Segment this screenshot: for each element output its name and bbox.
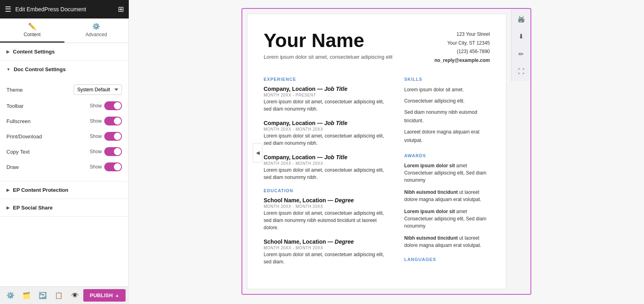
download-toolbar-btn[interactable]: ⬇ bbox=[515, 30, 528, 43]
resume-contact: 123 Your Street Your City, ST 12345 (123… bbox=[434, 30, 490, 65]
skill-2: Consectetuer adipiscing elit. bbox=[404, 97, 490, 106]
content-settings-header[interactable]: ▶ Content Settings bbox=[0, 43, 128, 61]
theme-label: Theme bbox=[6, 87, 23, 93]
doc-control-settings-label: Doc Control Settings bbox=[14, 66, 66, 72]
sidebar: ✏️ Content ⚙️ Advanced ▶ Content Setting… bbox=[0, 0, 129, 304]
print-download-row: Print/Download Show bbox=[6, 129, 122, 144]
toolbar-toggle-wrap: Show bbox=[90, 101, 122, 110]
skills-list: Lorem ipsum dolor sit amet. Consectetuer… bbox=[404, 86, 490, 145]
tab-bar: ✏️ Content ⚙️ Advanced bbox=[0, 18, 128, 43]
toolbar-toggle[interactable] bbox=[104, 101, 122, 110]
draw-toggle-wrap: Show bbox=[90, 162, 122, 171]
school-1-title: School Name, Location — Degree bbox=[264, 197, 392, 203]
collapse-icon: ◀ bbox=[256, 150, 260, 156]
copy-text-label: Copy Text bbox=[6, 149, 30, 155]
resume-name-section: Your Name Lorem ipsum dolor sit amet, co… bbox=[264, 30, 392, 65]
resume-left: EXPERIENCE Company, Location — Job Title… bbox=[264, 77, 392, 273]
toolbar-toggle-label: Show bbox=[90, 103, 102, 109]
school-2-date: MONTH 20XX - MONTH 20XX bbox=[264, 246, 392, 250]
print-download-toggle[interactable] bbox=[104, 132, 122, 141]
settings-bottom-icon[interactable]: ⚙️ bbox=[3, 288, 18, 303]
publish-label: PUBLISH bbox=[90, 292, 113, 298]
document-wrapper: 🖨️ ⬇ ✏ ⛶ Your Name Lorem ipsum dolor sit… bbox=[242, 8, 531, 295]
contact-street: 123 Your Street bbox=[434, 30, 490, 39]
job-2-title: Company, Location — Job Title bbox=[264, 120, 392, 126]
grid-icon[interactable]: ⊞ bbox=[118, 5, 124, 14]
copy-text-toggle-label: Show bbox=[90, 149, 102, 154]
contact-phone: (123) 456-7890 bbox=[434, 47, 490, 56]
tab-advanced-label: Advanced bbox=[86, 32, 107, 37]
school-2-desc: Lorem ipsum dolor sit amet, consectetuer… bbox=[264, 251, 392, 265]
print-download-toggle-wrap: Show bbox=[90, 132, 122, 141]
award-2: Nibh euismod tincidunt ut laoreet dolore… bbox=[404, 189, 490, 203]
tab-advanced[interactable]: ⚙️ Advanced bbox=[64, 18, 129, 43]
history-bottom-icon[interactable]: ↩️ bbox=[35, 288, 50, 303]
bottom-icons: ⚙️ 🗂️ ↩️ 📋 👁️ bbox=[3, 288, 82, 303]
resume-right: SKILLS Lorem ipsum dolor sit amet. Conse… bbox=[404, 77, 490, 273]
ep-social-share-chevron: ▶ bbox=[6, 205, 10, 210]
advanced-tab-icon: ⚙️ bbox=[92, 23, 100, 30]
draw-toolbar-btn[interactable]: ✏ bbox=[515, 47, 528, 60]
draw-label: Draw bbox=[6, 164, 19, 170]
job-3-title: Company, Location — Job Title bbox=[264, 154, 392, 160]
ep-social-share-label: EP Social Share bbox=[13, 205, 53, 211]
school-1-desc: Lorem ipsum dolor sit amet, consectetuer… bbox=[264, 210, 392, 231]
job-2-date: MONTH 20XX - MONTH 20XX bbox=[264, 127, 392, 131]
education-title: EDUCATION bbox=[264, 188, 392, 193]
job-1-date: MONTH 20XX - PRESENT bbox=[264, 93, 392, 97]
skill-1: Lorem ipsum dolor sit amet. bbox=[404, 86, 490, 94]
tab-content[interactable]: ✏️ Content bbox=[0, 18, 64, 43]
layers-bottom-icon[interactable]: 🗂️ bbox=[19, 288, 34, 303]
resume-header: Your Name Lorem ipsum dolor sit amet, co… bbox=[264, 30, 490, 65]
print-toolbar-btn[interactable]: 🖨️ bbox=[515, 12, 528, 25]
doc-control-panel: Theme System Default Light Dark Toolbar … bbox=[0, 78, 128, 181]
toolbar-row: Toolbar Show bbox=[6, 98, 122, 113]
main-content: ◀ 🖨️ ⬇ ✏ ⛶ Your Name Lorem ipsum dolor s… bbox=[129, 0, 644, 304]
copy-bottom-icon[interactable]: 📋 bbox=[52, 288, 66, 303]
job-3-desc: Lorem ipsum dolor sit amet, consectetuer… bbox=[264, 166, 392, 181]
fullscreen-row: Fullscreen Show bbox=[6, 113, 122, 129]
publish-button[interactable]: PUBLISH ▲ bbox=[83, 289, 126, 302]
copy-text-toggle[interactable] bbox=[104, 147, 122, 156]
collapse-handle[interactable]: ◀ bbox=[253, 143, 262, 162]
hamburger-icon[interactable]: ☰ bbox=[5, 5, 11, 14]
preview-bottom-icon[interactable]: 👁️ bbox=[68, 288, 82, 303]
awards-title: AWARDS bbox=[404, 153, 490, 158]
job-2: Company, Location — Job Title MONTH 20XX… bbox=[264, 120, 392, 147]
doc-control-settings-header[interactable]: ▼ Doc Control Settings bbox=[0, 61, 128, 78]
publish-chevron-icon: ▲ bbox=[115, 293, 119, 298]
fullscreen-toggle[interactable] bbox=[104, 117, 122, 125]
content-tab-icon: ✏️ bbox=[28, 23, 36, 30]
theme-select[interactable]: System Default Light Dark bbox=[74, 84, 122, 95]
school-2: School Name, Location — Degree MONTH 20X… bbox=[264, 238, 392, 265]
content-settings-label: Content Settings bbox=[13, 49, 55, 55]
ep-social-share-header[interactable]: ▶ EP Social Share bbox=[0, 199, 128, 217]
doc-control-chevron: ▼ bbox=[6, 67, 10, 72]
award-4: Nibh euismod tincidunt ut laoreet dolore… bbox=[404, 234, 490, 249]
resume-body: EXPERIENCE Company, Location — Job Title… bbox=[264, 77, 490, 273]
copy-text-row: Copy Text Show bbox=[6, 144, 122, 159]
copy-text-toggle-wrap: Show bbox=[90, 147, 122, 156]
theme-row: Theme System Default Light Dark bbox=[6, 81, 122, 98]
resume-subtitle: Lorem ipsum dolor sit amet, consectetuer… bbox=[264, 54, 392, 60]
skill-3: Sed diam nonummy nibh euismod tincidunt. bbox=[404, 108, 490, 125]
ep-content-protection-label: EP Content Protection bbox=[13, 187, 68, 193]
draw-toggle[interactable] bbox=[104, 162, 122, 171]
content-settings-chevron: ▶ bbox=[6, 49, 10, 54]
draw-toggle-label: Show bbox=[90, 164, 102, 170]
fullscreen-toggle-label: Show bbox=[90, 118, 102, 124]
contact-email: no_reply@example.com bbox=[434, 56, 490, 65]
tab-content-label: Content bbox=[24, 32, 41, 37]
ep-content-protection-header[interactable]: ▶ EP Content Protection bbox=[0, 181, 128, 199]
award-2-bold: Nibh euismod tincidunt bbox=[404, 189, 458, 195]
draw-row: Draw Show bbox=[6, 159, 122, 175]
job-1-title: Company, Location — Job Title bbox=[264, 86, 392, 92]
fullscreen-toolbar-btn[interactable]: ⛶ bbox=[515, 65, 528, 78]
award-3-bold: Lorem ipsum dolor sit bbox=[404, 209, 455, 214]
resume-name: Your Name bbox=[264, 30, 392, 51]
top-bar-left: ☰ Edit EmbedPress Document bbox=[5, 5, 86, 14]
top-bar-title: Edit EmbedPress Document bbox=[15, 6, 86, 12]
fullscreen-toggle-wrap: Show bbox=[90, 117, 122, 125]
award-1: Lorem ipsum dolor sit amet Consectetuer … bbox=[404, 162, 490, 184]
skill-4: Laoreet dolore magna aliquam erat volutp… bbox=[404, 128, 490, 145]
